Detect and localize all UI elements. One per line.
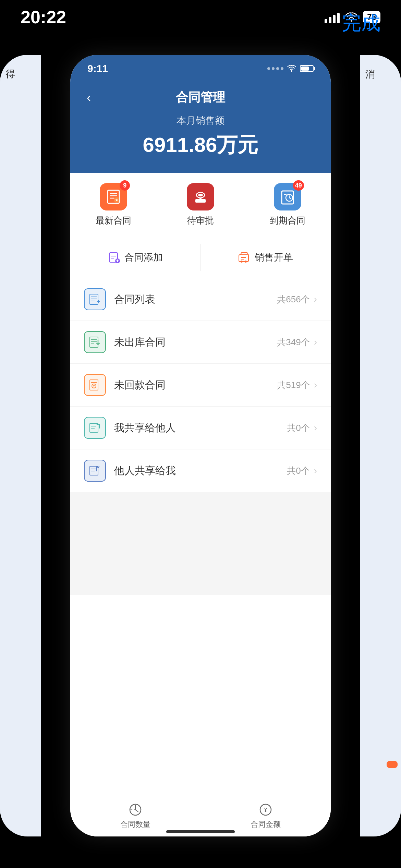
pending-approval-icon-wrap xyxy=(187,183,214,210)
unreleased-icon xyxy=(84,331,106,353)
contract-list-icon xyxy=(84,288,106,310)
phone-wifi-icon xyxy=(287,65,296,72)
right-side-screen: 消 xyxy=(360,55,401,836)
unpaid-label: 未回款合同 xyxy=(114,378,277,392)
expiring-contracts-icon-wrap: 49 xyxy=(274,183,301,210)
left-side-text: 得 xyxy=(0,55,20,69)
shared-to-me-label: 他人共享给我 xyxy=(114,464,287,478)
tab-pending-approval[interactable]: 待审批 xyxy=(157,173,244,237)
unreleased-count: 共349个 xyxy=(277,336,309,348)
contract-list-count: 共656个 xyxy=(277,293,309,305)
unpaid-chevron: › xyxy=(314,379,317,390)
svg-point-21 xyxy=(241,261,243,263)
add-contract-icon xyxy=(108,251,120,264)
svg-point-7 xyxy=(198,194,203,196)
contract-count-icon xyxy=(129,803,142,817)
right-side-text: 消 xyxy=(360,55,380,69)
bottom-tab-contract-amount-label: 合同金额 xyxy=(251,819,281,830)
phone-time: 9:11 xyxy=(87,63,108,74)
phone-battery-icon xyxy=(300,65,314,72)
sales-order-icon xyxy=(238,251,251,264)
bottom-tab-contract-amount[interactable]: ¥ 合同金额 xyxy=(200,799,331,830)
contract-amount-icon: ¥ xyxy=(259,803,272,817)
unpaid-icon xyxy=(84,374,106,396)
phone-frame: 9:11 ‹ 合同管理 本月销售额 6911.86万元 xyxy=(70,55,331,836)
svg-rect-10 xyxy=(282,191,293,204)
shared-by-me-chevron: › xyxy=(314,422,317,433)
home-indicator xyxy=(166,830,235,833)
phone-status-icons xyxy=(267,65,314,72)
shared-by-me-count: 共0个 xyxy=(287,422,309,434)
list-item-unpaid[interactable]: 未回款合同 共519个 › xyxy=(70,364,331,407)
sales-order-label: 销售开单 xyxy=(255,251,293,264)
bottom-gray-area xyxy=(70,492,331,595)
svg-line-13 xyxy=(289,198,291,198)
unpaid-count: 共519个 xyxy=(277,379,309,391)
shared-to-me-count: 共0个 xyxy=(287,465,309,477)
page-title: 合同管理 xyxy=(176,89,225,106)
list-item-shared-by-me[interactable]: 我共享给他人 共0个 › xyxy=(70,407,331,449)
latest-contracts-label: 最新合同 xyxy=(96,215,131,227)
svg-text:¥: ¥ xyxy=(264,807,267,813)
left-side-screen: 得 xyxy=(0,55,41,836)
svg-rect-9 xyxy=(199,198,202,200)
phone-status-bar: 9:11 xyxy=(70,55,331,82)
list-item-shared-to-me[interactable]: 他人共享给我 共0个 › xyxy=(70,449,331,492)
right-orange-button[interactable] xyxy=(387,761,398,768)
unreleased-label: 未出库合同 xyxy=(114,335,277,349)
tab-expiring-contracts[interactable]: 49 到期合同 xyxy=(244,173,331,237)
quick-tabs: 9 ★ 最新合同 xyxy=(70,173,331,237)
system-time: 20:22 xyxy=(21,7,66,27)
sales-label: 本月销售额 xyxy=(84,114,317,127)
svg-rect-20 xyxy=(239,255,248,262)
signal-icon xyxy=(325,11,340,23)
bottom-tab-contract-count[interactable]: 合同数量 xyxy=(70,799,200,830)
back-button[interactable]: ‹ xyxy=(84,88,94,108)
svg-point-22 xyxy=(245,261,247,263)
contract-list-chevron: › xyxy=(314,294,317,305)
contract-list-label: 合同列表 xyxy=(114,292,277,306)
expiring-contracts-label: 到期合同 xyxy=(270,215,305,227)
phone-header: ‹ 合同管理 本月销售额 6911.86万元 xyxy=(70,82,331,173)
shared-by-me-icon xyxy=(84,417,106,439)
shared-to-me-chevron: › xyxy=(314,465,317,476)
bottom-tab-contract-count-label: 合同数量 xyxy=(120,819,150,830)
bottom-tab-bar: 合同数量 ¥ 合同金额 xyxy=(70,792,331,836)
list-item-unreleased[interactable]: 未出库合同 共349个 › xyxy=(70,321,331,364)
action-buttons: 合同添加 销售开单 xyxy=(70,237,331,278)
shared-by-me-label: 我共享给他人 xyxy=(114,421,287,435)
expiring-contracts-badge: 49 xyxy=(293,180,304,191)
unreleased-chevron: › xyxy=(314,337,317,348)
system-status-bar: 20:22 73 xyxy=(0,0,401,34)
list-section: 合同列表 共656个 › 未出库合同 共349个 › xyxy=(70,278,331,492)
add-contract-button[interactable]: 合同添加 xyxy=(70,244,200,271)
header-nav: ‹ 合同管理 xyxy=(84,89,317,106)
list-item-contract-list[interactable]: 合同列表 共656个 › xyxy=(70,278,331,321)
sales-order-button[interactable]: 销售开单 xyxy=(200,244,331,271)
shared-to-me-icon xyxy=(84,460,106,482)
svg-text:★: ★ xyxy=(115,198,119,202)
add-contract-label: 合同添加 xyxy=(124,251,163,264)
tab-latest-contracts[interactable]: 9 ★ 最新合同 xyxy=(70,173,157,237)
latest-contracts-icon-wrap: 9 ★ xyxy=(100,183,127,210)
pending-approval-label: 待审批 xyxy=(187,215,214,227)
sales-amount: 6911.86万元 xyxy=(84,131,317,159)
latest-contracts-badge: 9 xyxy=(120,180,130,191)
done-button[interactable]: 完成 xyxy=(342,10,380,36)
phone-signal-dots xyxy=(267,67,283,70)
